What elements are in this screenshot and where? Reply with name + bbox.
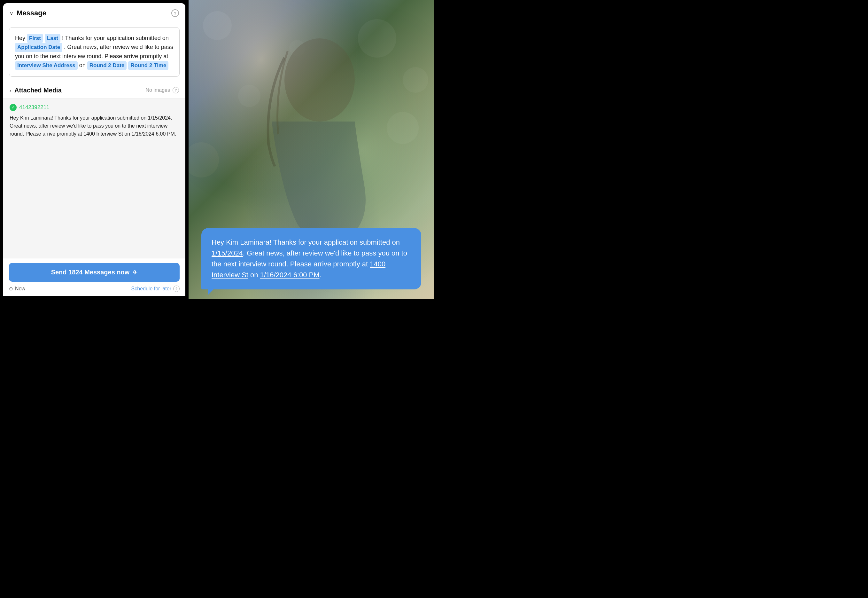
preview-section: ✓ 4142392211 Hey Kim Laminara! Thanks fo… xyxy=(3,99,185,258)
photo-background: Hey Kim Laminara! Thanks for your applic… xyxy=(189,0,434,299)
send-button-label: Send 1824 Messages now xyxy=(51,269,130,276)
sms-date-1: 1/15/2024 xyxy=(212,249,243,257)
header-help-icon[interactable]: ? xyxy=(171,9,179,17)
tag-round2-time[interactable]: Round 2 Time xyxy=(128,61,169,70)
preview-message-text: Hey Kim Laminara! Thanks for your applic… xyxy=(10,114,179,138)
schedule-help-icon[interactable]: ? xyxy=(173,286,180,292)
send-section: Send 1824 Messages now ✈ ⊙ Now Schedule … xyxy=(3,258,185,296)
collapse-icon[interactable]: ∨ xyxy=(10,10,13,16)
sms-bubble: Hey Kim Laminara! Thanks for your applic… xyxy=(201,228,421,289)
attached-media-title: Attached Media xyxy=(14,87,146,94)
schedule-later-label: Schedule for later xyxy=(131,286,171,292)
send-icon: ✈ xyxy=(133,269,137,276)
schedule-row: ⊙ Now Schedule for later ? xyxy=(9,286,180,292)
sms-date-2: 1/16/2024 6:00 PM xyxy=(260,271,319,279)
message-part3: on xyxy=(79,62,86,69)
message-prefix: Hey xyxy=(15,35,25,41)
attached-media-section: › Attached Media No images ? xyxy=(3,82,185,99)
message-header: ∨ Message ? xyxy=(3,3,185,22)
schedule-later-option[interactable]: Schedule for later ? xyxy=(131,286,180,292)
svg-point-5 xyxy=(387,112,419,144)
svg-point-2 xyxy=(203,11,232,40)
send-button[interactable]: Send 1824 Messages now ✈ xyxy=(9,263,180,282)
preview-phone-row: ✓ 4142392211 xyxy=(10,104,179,111)
svg-point-7 xyxy=(403,67,428,93)
sms-text-4: . xyxy=(319,271,322,279)
preview-phone-number: 4142392211 xyxy=(19,104,49,111)
message-part1: ! Thanks for your application submitted … xyxy=(62,35,169,41)
svg-point-3 xyxy=(358,19,396,58)
tag-interview-site[interactable]: Interview Site Address xyxy=(15,61,78,70)
message-title: Message xyxy=(16,9,171,17)
tag-round2-date[interactable]: Round 2 Date xyxy=(87,61,127,70)
message-body: Hey First Last ! Thanks for your applica… xyxy=(9,27,180,77)
attached-media-help-icon[interactable]: ? xyxy=(173,87,179,93)
now-label: Now xyxy=(15,286,25,292)
svg-point-9 xyxy=(285,38,355,121)
check-circle-icon: ✓ xyxy=(10,104,16,111)
sms-text-1: Hey Kim Laminara! Thanks for your applic… xyxy=(212,238,400,246)
tag-last[interactable]: Last xyxy=(45,34,60,43)
message-part4: . xyxy=(170,62,172,69)
no-images-label: No images xyxy=(146,87,170,93)
left-panel: ∨ Message ? Hey First Last ! Thanks for … xyxy=(3,3,185,296)
svg-point-4 xyxy=(238,85,261,107)
now-option: ⊙ Now xyxy=(9,286,25,292)
tag-application-date[interactable]: Application Date xyxy=(15,43,62,52)
sms-text-3: on xyxy=(248,271,260,279)
tag-first[interactable]: First xyxy=(27,34,43,43)
clock-icon: ⊙ xyxy=(9,286,13,292)
right-panel: Hey Kim Laminara! Thanks for your applic… xyxy=(189,0,434,299)
attached-media-chevron[interactable]: › xyxy=(10,88,11,93)
